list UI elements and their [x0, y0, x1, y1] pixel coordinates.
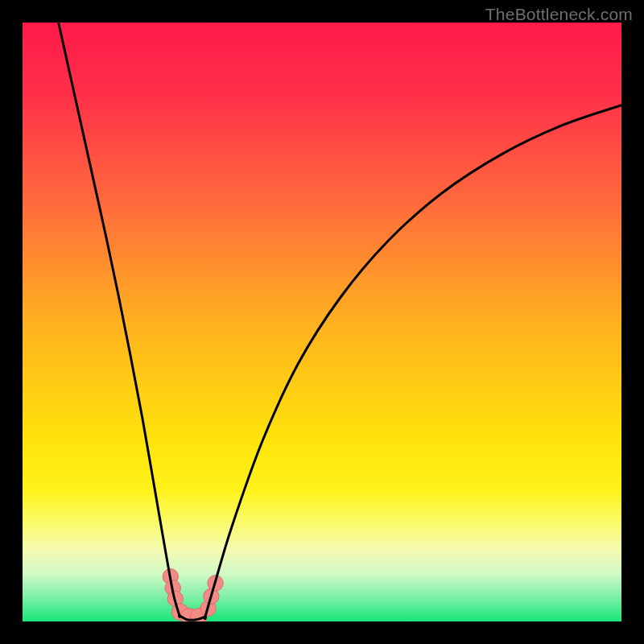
outer-frame: TheBottleneck.com	[0, 0, 644, 644]
watermark-text: TheBottleneck.com	[485, 5, 633, 24]
chart-svg	[23, 23, 621, 621]
marker-group	[163, 569, 223, 621]
plot-area	[23, 23, 621, 621]
bottleneck-curve	[59, 23, 621, 620]
